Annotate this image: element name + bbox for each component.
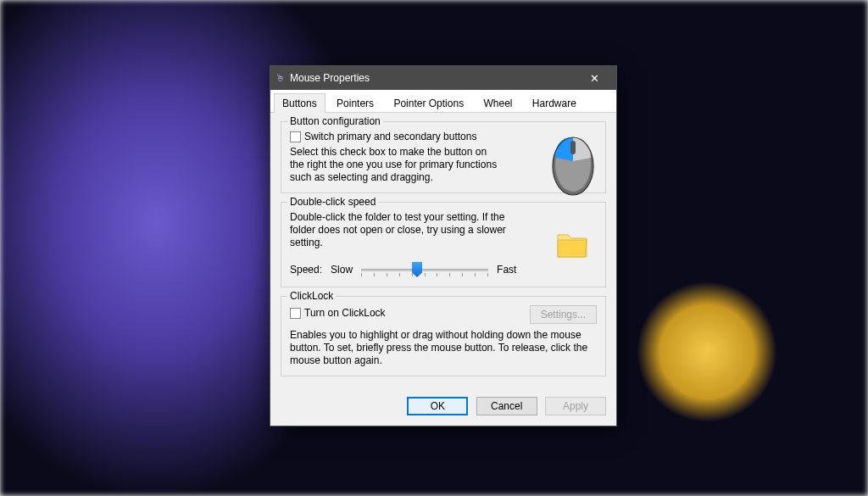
folder-test-target[interactable] xyxy=(554,226,590,265)
ok-button[interactable]: OK xyxy=(407,397,468,415)
clicklock-settings-button: Settings... xyxy=(530,305,597,324)
cancel-button[interactable]: Cancel xyxy=(476,397,537,415)
apply-button: Apply xyxy=(545,397,606,415)
wallpaper-detail xyxy=(597,242,817,462)
tabstrip: Buttons Pointers Pointer Options Wheel H… xyxy=(270,90,616,113)
switch-buttons-checkbox[interactable] xyxy=(290,131,301,142)
tab-hardware[interactable]: Hardware xyxy=(524,93,585,113)
button-config-description: Select this check box to make the button… xyxy=(290,146,502,184)
window-title: Mouse Properties xyxy=(290,72,577,84)
speed-slow-label: Slow xyxy=(331,264,353,276)
tab-buttons[interactable]: Buttons xyxy=(274,93,326,113)
switch-buttons-label: Switch primary and secondary buttons xyxy=(304,131,476,142)
speed-label: Speed: xyxy=(290,264,322,276)
group-title-double-click: Double-click speed xyxy=(287,196,378,208)
svg-rect-2 xyxy=(570,141,576,154)
mouse-icon: 🖰 xyxy=(275,73,285,83)
tab-pointers[interactable]: Pointers xyxy=(328,93,382,113)
speed-slider-row: Speed: Slow Fast xyxy=(290,261,597,278)
clicklock-description: Enables you to highlight or drag without… xyxy=(290,329,597,367)
clicklock-checkbox[interactable] xyxy=(290,308,301,319)
mouse-illustration xyxy=(549,132,597,199)
double-click-speed-slider[interactable] xyxy=(361,261,488,278)
group-button-configuration: Button configuration Switch primary and … xyxy=(281,121,606,193)
mouse-properties-dialog: 🖰 Mouse Properties ✕ Buttons Pointers Po… xyxy=(270,65,617,426)
group-title-button-config: Button configuration xyxy=(287,115,383,127)
close-button[interactable]: ✕ xyxy=(577,72,611,85)
tabpage-buttons: Button configuration Switch primary and … xyxy=(270,113,616,390)
group-double-click-speed: Double-click speed Double-click the fold… xyxy=(281,202,606,287)
speed-fast-label: Fast xyxy=(497,264,516,276)
group-clicklock: ClickLock Turn on ClickLock Settings... … xyxy=(281,296,606,376)
clicklock-row: Turn on ClickLock xyxy=(290,307,386,319)
clicklock-label: Turn on ClickLock xyxy=(304,307,386,319)
group-title-clicklock: ClickLock xyxy=(287,290,336,302)
dialog-footer: OK Cancel Apply xyxy=(270,390,616,426)
tab-pointer-options[interactable]: Pointer Options xyxy=(385,93,472,113)
double-click-description: Double-click the folder to test your set… xyxy=(290,211,519,249)
switch-buttons-row: Switch primary and secondary buttons xyxy=(290,131,510,142)
titlebar[interactable]: 🖰 Mouse Properties ✕ xyxy=(270,66,616,90)
tab-wheel[interactable]: Wheel xyxy=(475,93,520,113)
